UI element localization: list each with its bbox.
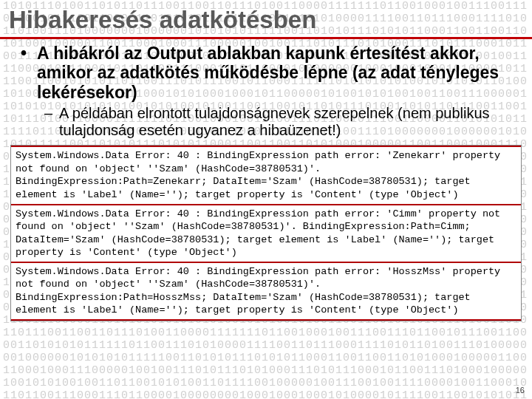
slide-title: Hibakeresés adatkötésben bbox=[0, 0, 532, 37]
output-panel: System.Windows.Data Error: 40 : BindingE… bbox=[10, 145, 522, 321]
bullet-main-text: A hibákról az Output ablakban kapunk ért… bbox=[37, 44, 499, 102]
output-divider bbox=[11, 319, 521, 321]
output-block: System.Windows.Data Error: 40 : BindingE… bbox=[11, 205, 521, 262]
page-number: 16 bbox=[516, 386, 525, 395]
bullet-sub-text: A példában elrontott tulajdonságnevek sz… bbox=[59, 105, 490, 138]
title-underline bbox=[0, 37, 532, 39]
output-block: System.Windows.Data Error: 40 : BindingE… bbox=[11, 147, 521, 203]
output-block: System.Windows.Data Error: 40 : BindingE… bbox=[11, 263, 521, 319]
bullet-sub: A példában elrontott tulajdonságnevek sz… bbox=[59, 105, 510, 139]
bullet-main: A hibákról az Output ablakban kapunk ért… bbox=[37, 44, 510, 139]
